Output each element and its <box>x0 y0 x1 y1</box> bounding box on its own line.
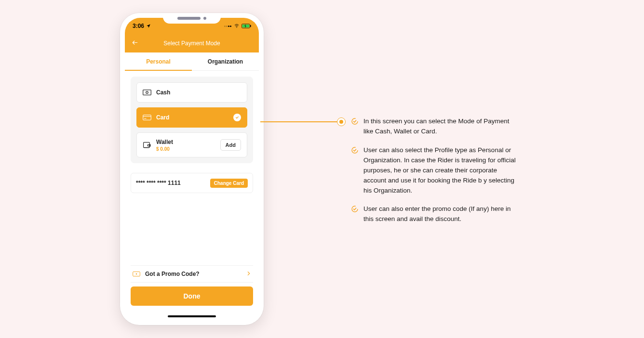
svg-rect-4 <box>143 90 151 95</box>
check-circle-icon <box>351 205 359 213</box>
ticket-icon <box>133 271 140 277</box>
check-circle-icon <box>351 117 359 125</box>
wallet-info: Wallet $ 0.00 <box>156 139 173 152</box>
card-icon <box>143 114 151 121</box>
svg-point-12 <box>136 273 137 275</box>
wallet-icon <box>143 142 151 148</box>
callout-line <box>260 121 337 122</box>
option-card[interactable]: Card <box>136 107 247 128</box>
tab-personal[interactable]: Personal <box>125 52 192 70</box>
promo-label: Got a Promo Code? <box>145 271 200 277</box>
option-wallet-label: Wallet <box>156 139 173 145</box>
svg-point-10 <box>149 145 149 145</box>
annotation-item: In this screen you can select the Mode o… <box>351 117 521 137</box>
card-masked-number: **** **** **** 1111 <box>136 180 181 186</box>
phone-screen: 3:06 Select Payment Mode Personal Organi… <box>125 18 259 320</box>
status-time: 3:06 <box>133 23 144 29</box>
annotation-text: User can also select the Profile type as… <box>363 145 521 196</box>
content-area: Cash Card Wallet $ 0.00 Add <box>125 71 259 199</box>
wallet-balance: $ 0.00 <box>156 146 173 152</box>
location-arrow-icon <box>146 24 151 28</box>
promo-code-row[interactable]: Got a Promo Code? <box>131 265 253 283</box>
option-wallet[interactable]: Wallet $ 0.00 Add <box>136 132 247 157</box>
phone-frame: 3:06 Select Payment Mode Personal Organi… <box>120 13 264 325</box>
phone-notch <box>163 13 221 24</box>
home-indicator <box>168 315 216 317</box>
annotation-item: User can also select the Profile type as… <box>351 145 521 196</box>
wifi-icon <box>234 24 240 28</box>
option-cash-label: Cash <box>156 89 170 96</box>
annotation-list: In this screen you can select the Mode o… <box>351 117 521 233</box>
cash-icon <box>143 89 151 96</box>
check-circle-icon <box>233 114 241 121</box>
annotation-text: User can also enter the promo code (If a… <box>363 204 521 224</box>
option-card-label: Card <box>156 114 169 121</box>
change-card-button[interactable]: Change Card <box>210 179 248 188</box>
annotation-text: In this screen you can select the Mode o… <box>363 117 521 137</box>
svg-point-0 <box>236 27 237 27</box>
notch-speaker <box>177 17 201 20</box>
check-circle-icon <box>351 146 359 154</box>
done-button[interactable]: Done <box>131 286 253 306</box>
option-cash[interactable]: Cash <box>136 82 247 103</box>
cellular-signal-icon <box>224 23 232 29</box>
saved-card-row: **** **** **** 1111 Change Card <box>131 173 253 193</box>
svg-rect-9 <box>144 142 150 147</box>
tabs: Personal Organization <box>125 52 259 71</box>
battery-charging-icon <box>242 24 251 28</box>
svg-point-5 <box>146 91 148 94</box>
chevron-right-icon <box>246 271 251 278</box>
annotation-item: User can also enter the promo code (If a… <box>351 204 521 224</box>
navbar-title: Select Payment Mode <box>163 40 220 47</box>
svg-rect-2 <box>250 25 251 27</box>
arrow-left-icon <box>131 39 139 46</box>
payment-options-panel: Cash Card Wallet $ 0.00 Add <box>131 77 253 163</box>
notch-camera <box>203 17 206 20</box>
back-button[interactable] <box>131 39 139 48</box>
add-wallet-button[interactable]: Add <box>220 139 241 151</box>
svg-rect-6 <box>143 115 151 120</box>
callout-marker <box>337 117 346 126</box>
tab-organization[interactable]: Organization <box>192 52 259 70</box>
navbar: Select Payment Mode <box>125 34 259 52</box>
